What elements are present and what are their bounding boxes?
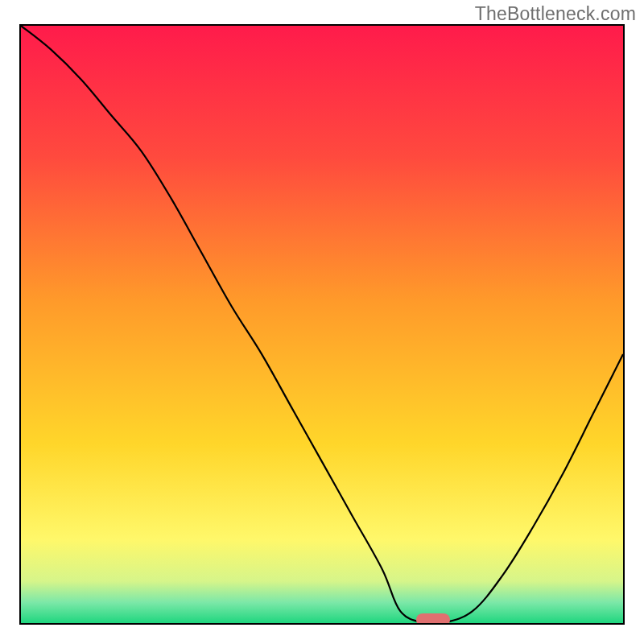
bottleneck-curve [21,26,623,623]
chart-container: TheBottleneck.com [0,0,644,644]
watermark-text: TheBottleneck.com [475,3,636,25]
plot-area [19,24,625,625]
optimum-marker [416,613,450,625]
